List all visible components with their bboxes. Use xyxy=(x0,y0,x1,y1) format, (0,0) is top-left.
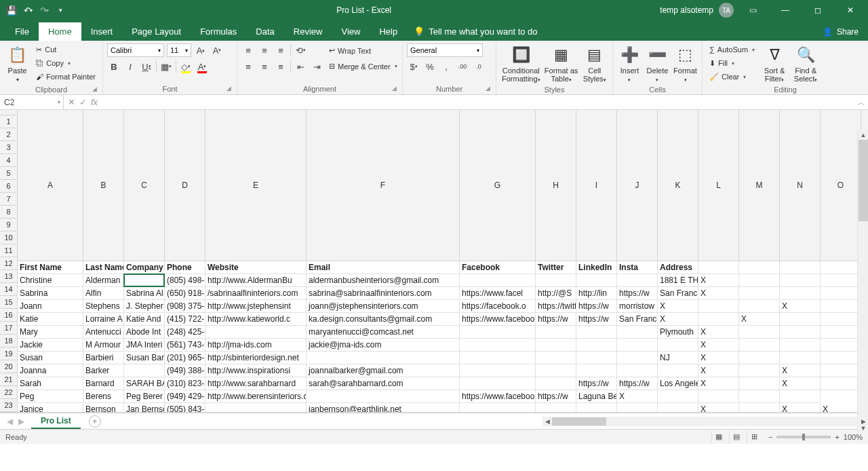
font-name-select[interactable]: Calibri▾ xyxy=(107,43,164,57)
cell[interactable]: Berens xyxy=(83,390,124,403)
cell[interactable] xyxy=(205,326,307,339)
autosum-button[interactable]: ∑AutoSum▾ xyxy=(707,43,757,56)
col-header-B[interactable]: B xyxy=(83,110,124,261)
italic-button[interactable]: I xyxy=(123,60,137,73)
cell[interactable] xyxy=(460,403,536,412)
zoom-value[interactable]: 100% xyxy=(844,433,863,441)
cell[interactable] xyxy=(536,364,576,377)
cell[interactable] xyxy=(536,339,576,352)
share-button[interactable]: 👤Share xyxy=(823,23,859,41)
delete-cells-button[interactable]: ➖Delete▾ xyxy=(645,43,670,84)
cell[interactable]: http://www.jstephensint xyxy=(205,300,307,313)
cell[interactable] xyxy=(780,287,821,300)
cell[interactable]: Address xyxy=(658,261,698,274)
cell[interactable]: https://w xyxy=(536,313,576,326)
cell[interactable]: Insta xyxy=(617,261,658,274)
cell[interactable]: LinkedIn xyxy=(576,261,617,274)
clipboard-dialog-icon[interactable]: ◢ xyxy=(92,86,97,92)
sheet-next-icon[interactable]: ▶ xyxy=(18,417,24,426)
user-name[interactable]: temp alsotemp xyxy=(660,5,713,15)
cell[interactable]: Susan Barl xyxy=(124,352,165,364)
cell[interactable]: Jan Bernso xyxy=(124,403,165,412)
cell[interactable]: https://www.facebook.com/berensint xyxy=(460,390,536,403)
cell[interactable] xyxy=(739,287,780,300)
cell[interactable] xyxy=(698,390,739,403)
zoom-in-icon[interactable]: + xyxy=(835,433,839,441)
close-button[interactable]: ✕ xyxy=(837,1,864,20)
cell[interactable] xyxy=(739,326,780,339)
cell[interactable]: J. Stepher xyxy=(124,300,165,313)
cell[interactable]: X xyxy=(698,287,739,300)
font-color-button[interactable]: A▾ xyxy=(195,60,209,73)
cell[interactable] xyxy=(124,364,165,377)
cell[interactable] xyxy=(821,352,861,364)
percent-icon[interactable]: % xyxy=(423,60,437,73)
cell[interactable]: Phone xyxy=(165,261,205,274)
tab-formulas[interactable]: Formulas xyxy=(191,22,246,41)
cell[interactable] xyxy=(576,364,617,377)
row-header-9[interactable]: 9 xyxy=(0,219,17,231)
formula-input[interactable] xyxy=(102,98,864,107)
cell[interactable]: Katie And xyxy=(124,313,165,326)
cell[interactable]: San Franci xyxy=(617,313,658,326)
cell[interactable] xyxy=(739,352,780,364)
cell[interactable]: Alfin xyxy=(83,287,124,300)
cell[interactable]: http://www.berensinteriors.com xyxy=(205,390,307,403)
cell[interactable] xyxy=(780,352,821,364)
cell[interactable] xyxy=(739,364,780,377)
row-header-20[interactable]: 20 xyxy=(0,360,17,373)
cell[interactable]: Sabrina xyxy=(18,287,83,300)
cell[interactable] xyxy=(698,313,739,326)
cell[interactable] xyxy=(780,261,821,274)
tab-insert[interactable]: Insert xyxy=(81,22,123,41)
dedent-icon[interactable]: ⇤ xyxy=(294,60,307,73)
tab-data[interactable]: Data xyxy=(246,22,283,41)
cell[interactable]: Twitter xyxy=(536,261,576,274)
cell[interactable]: Mary xyxy=(18,326,83,339)
increase-size-icon[interactable]: A▴ xyxy=(194,43,208,57)
scroll-up-icon[interactable]: ▲ xyxy=(858,130,868,140)
font-size-select[interactable]: 11▾ xyxy=(167,43,191,57)
cell[interactable]: Susan xyxy=(18,352,83,364)
font-dialog-icon[interactable]: ◢ xyxy=(226,85,231,92)
cell[interactable]: (561) 743- xyxy=(165,339,205,352)
align-dialog-icon[interactable]: ◢ xyxy=(392,85,397,92)
cell[interactable] xyxy=(780,313,821,326)
copy-button[interactable]: ⿻Copy▾ xyxy=(33,57,98,69)
select-all-corner[interactable] xyxy=(0,110,18,115)
cell[interactable]: Last Name xyxy=(83,261,124,274)
cell[interactable]: SARAH BA xyxy=(124,377,165,390)
cell[interactable]: sabrina@sabrinaalfininteriors.com xyxy=(307,287,460,300)
cell[interactable]: aldermanbusheinteriors@gmail.com xyxy=(307,274,460,287)
row-header-7[interactable]: 7 xyxy=(0,193,17,206)
spreadsheet-grid[interactable]: 1234567891011121314151617181920212223 AB… xyxy=(0,110,868,413)
cell[interactable]: San Franci xyxy=(658,287,698,300)
cell[interactable]: M Armour xyxy=(83,339,124,352)
cell[interactable]: Sarah xyxy=(18,377,83,390)
cell[interactable] xyxy=(821,313,861,326)
comma-icon[interactable]: , xyxy=(439,60,453,73)
cell[interactable]: Peg Berer xyxy=(124,390,165,403)
row-header-11[interactable]: 11 xyxy=(0,244,17,257)
cell[interactable]: jackie@jma-ids.com xyxy=(307,339,460,352)
underline-button[interactable]: U▾ xyxy=(140,60,153,73)
cell[interactable]: X xyxy=(698,339,739,352)
cell[interactable] xyxy=(698,261,739,274)
fx-icon[interactable]: fx xyxy=(91,97,98,107)
cell[interactable] xyxy=(821,261,861,274)
number-dialog-icon[interactable]: ◢ xyxy=(486,85,490,92)
cell[interactable]: Joanna xyxy=(18,364,83,377)
cell[interactable]: (949) 429- xyxy=(165,390,205,403)
col-header-A[interactable]: A xyxy=(18,110,83,261)
tab-help[interactable]: Help xyxy=(370,22,407,41)
cell[interactable] xyxy=(821,339,861,352)
cell[interactable]: http://sbinteriordesign.net xyxy=(205,352,307,364)
align-center-icon[interactable]: ≡ xyxy=(258,60,271,73)
name-box[interactable]: C2▾ xyxy=(0,95,64,110)
row-header-15[interactable]: 15 xyxy=(0,296,17,309)
col-header-J[interactable]: J xyxy=(617,110,658,261)
sheet-tab-active[interactable]: Pro List xyxy=(31,414,81,429)
cell[interactable] xyxy=(617,364,658,377)
cell[interactable] xyxy=(536,377,576,390)
col-header-G[interactable]: G xyxy=(460,110,536,261)
